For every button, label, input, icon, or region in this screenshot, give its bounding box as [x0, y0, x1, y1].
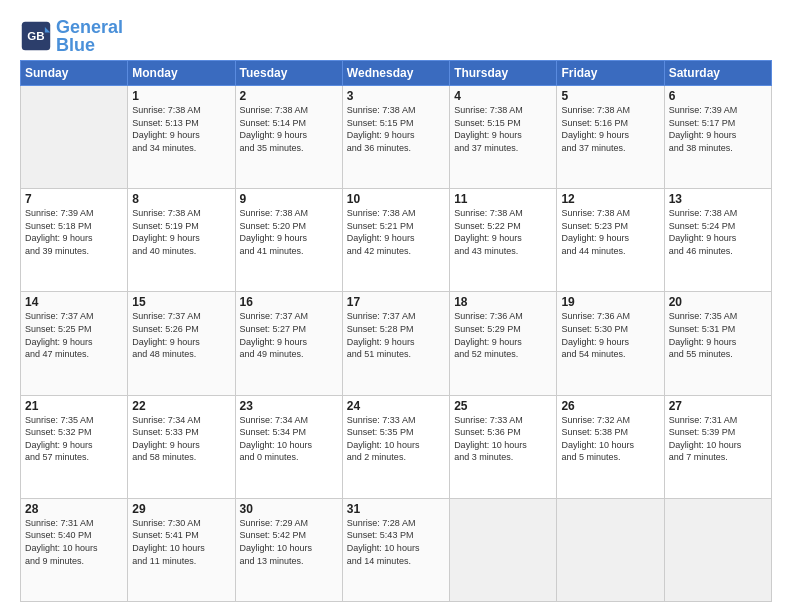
cell-info: Sunrise: 7:38 AM Sunset: 5:14 PM Dayligh… [240, 104, 338, 154]
cell-info: Sunrise: 7:32 AM Sunset: 5:38 PM Dayligh… [561, 414, 659, 464]
day-number: 9 [240, 192, 338, 206]
day-cell-12: 12Sunrise: 7:38 AM Sunset: 5:23 PM Dayli… [557, 189, 664, 292]
cell-info: Sunrise: 7:31 AM Sunset: 5:40 PM Dayligh… [25, 517, 123, 567]
empty-cell [557, 498, 664, 601]
logo-icon: GB [20, 20, 52, 52]
cell-info: Sunrise: 7:34 AM Sunset: 5:33 PM Dayligh… [132, 414, 230, 464]
day-number: 11 [454, 192, 552, 206]
day-number: 22 [132, 399, 230, 413]
day-number: 25 [454, 399, 552, 413]
cell-info: Sunrise: 7:38 AM Sunset: 5:23 PM Dayligh… [561, 207, 659, 257]
empty-cell [664, 498, 771, 601]
day-number: 14 [25, 295, 123, 309]
cell-info: Sunrise: 7:38 AM Sunset: 5:21 PM Dayligh… [347, 207, 445, 257]
cell-info: Sunrise: 7:34 AM Sunset: 5:34 PM Dayligh… [240, 414, 338, 464]
calendar-header-row: SundayMondayTuesdayWednesdayThursdayFrid… [21, 61, 772, 86]
cell-info: Sunrise: 7:38 AM Sunset: 5:19 PM Dayligh… [132, 207, 230, 257]
day-number: 2 [240, 89, 338, 103]
day-number: 4 [454, 89, 552, 103]
day-number: 18 [454, 295, 552, 309]
day-cell-1: 1Sunrise: 7:38 AM Sunset: 5:13 PM Daylig… [128, 86, 235, 189]
day-number: 8 [132, 192, 230, 206]
cell-info: Sunrise: 7:39 AM Sunset: 5:18 PM Dayligh… [25, 207, 123, 257]
cell-info: Sunrise: 7:35 AM Sunset: 5:32 PM Dayligh… [25, 414, 123, 464]
logo-text: GeneralBlue [56, 18, 123, 54]
day-cell-25: 25Sunrise: 7:33 AM Sunset: 5:36 PM Dayli… [450, 395, 557, 498]
day-number: 19 [561, 295, 659, 309]
day-number: 27 [669, 399, 767, 413]
day-cell-30: 30Sunrise: 7:29 AM Sunset: 5:42 PM Dayli… [235, 498, 342, 601]
col-header-tuesday: Tuesday [235, 61, 342, 86]
day-number: 3 [347, 89, 445, 103]
logo: GB GeneralBlue [20, 18, 123, 54]
day-cell-18: 18Sunrise: 7:36 AM Sunset: 5:29 PM Dayli… [450, 292, 557, 395]
cell-info: Sunrise: 7:37 AM Sunset: 5:26 PM Dayligh… [132, 310, 230, 360]
empty-cell [21, 86, 128, 189]
cell-info: Sunrise: 7:38 AM Sunset: 5:15 PM Dayligh… [347, 104, 445, 154]
day-number: 15 [132, 295, 230, 309]
col-header-monday: Monday [128, 61, 235, 86]
cell-info: Sunrise: 7:36 AM Sunset: 5:30 PM Dayligh… [561, 310, 659, 360]
calendar-table: SundayMondayTuesdayWednesdayThursdayFrid… [20, 60, 772, 602]
day-cell-8: 8Sunrise: 7:38 AM Sunset: 5:19 PM Daylig… [128, 189, 235, 292]
day-number: 24 [347, 399, 445, 413]
day-cell-16: 16Sunrise: 7:37 AM Sunset: 5:27 PM Dayli… [235, 292, 342, 395]
day-number: 6 [669, 89, 767, 103]
day-number: 31 [347, 502, 445, 516]
week-row-4: 21Sunrise: 7:35 AM Sunset: 5:32 PM Dayli… [21, 395, 772, 498]
day-number: 12 [561, 192, 659, 206]
col-header-saturday: Saturday [664, 61, 771, 86]
col-header-sunday: Sunday [21, 61, 128, 86]
day-cell-13: 13Sunrise: 7:38 AM Sunset: 5:24 PM Dayli… [664, 189, 771, 292]
day-number: 1 [132, 89, 230, 103]
day-number: 30 [240, 502, 338, 516]
day-number: 17 [347, 295, 445, 309]
cell-info: Sunrise: 7:33 AM Sunset: 5:36 PM Dayligh… [454, 414, 552, 464]
day-cell-3: 3Sunrise: 7:38 AM Sunset: 5:15 PM Daylig… [342, 86, 449, 189]
cell-info: Sunrise: 7:38 AM Sunset: 5:13 PM Dayligh… [132, 104, 230, 154]
day-number: 21 [25, 399, 123, 413]
day-cell-10: 10Sunrise: 7:38 AM Sunset: 5:21 PM Dayli… [342, 189, 449, 292]
cell-info: Sunrise: 7:31 AM Sunset: 5:39 PM Dayligh… [669, 414, 767, 464]
cell-info: Sunrise: 7:37 AM Sunset: 5:27 PM Dayligh… [240, 310, 338, 360]
day-cell-17: 17Sunrise: 7:37 AM Sunset: 5:28 PM Dayli… [342, 292, 449, 395]
cell-info: Sunrise: 7:38 AM Sunset: 5:22 PM Dayligh… [454, 207, 552, 257]
page: GB GeneralBlue SundayMondayTuesdayWednes… [0, 0, 792, 612]
day-cell-23: 23Sunrise: 7:34 AM Sunset: 5:34 PM Dayli… [235, 395, 342, 498]
day-cell-5: 5Sunrise: 7:38 AM Sunset: 5:16 PM Daylig… [557, 86, 664, 189]
day-cell-6: 6Sunrise: 7:39 AM Sunset: 5:17 PM Daylig… [664, 86, 771, 189]
cell-info: Sunrise: 7:35 AM Sunset: 5:31 PM Dayligh… [669, 310, 767, 360]
week-row-2: 7Sunrise: 7:39 AM Sunset: 5:18 PM Daylig… [21, 189, 772, 292]
header: GB GeneralBlue [20, 18, 772, 54]
day-number: 20 [669, 295, 767, 309]
col-header-friday: Friday [557, 61, 664, 86]
day-cell-7: 7Sunrise: 7:39 AM Sunset: 5:18 PM Daylig… [21, 189, 128, 292]
day-cell-19: 19Sunrise: 7:36 AM Sunset: 5:30 PM Dayli… [557, 292, 664, 395]
day-cell-22: 22Sunrise: 7:34 AM Sunset: 5:33 PM Dayli… [128, 395, 235, 498]
cell-info: Sunrise: 7:30 AM Sunset: 5:41 PM Dayligh… [132, 517, 230, 567]
cell-info: Sunrise: 7:33 AM Sunset: 5:35 PM Dayligh… [347, 414, 445, 464]
day-number: 16 [240, 295, 338, 309]
cell-info: Sunrise: 7:38 AM Sunset: 5:16 PM Dayligh… [561, 104, 659, 154]
day-number: 10 [347, 192, 445, 206]
svg-text:GB: GB [27, 30, 44, 42]
day-cell-2: 2Sunrise: 7:38 AM Sunset: 5:14 PM Daylig… [235, 86, 342, 189]
col-header-thursday: Thursday [450, 61, 557, 86]
day-number: 5 [561, 89, 659, 103]
cell-info: Sunrise: 7:29 AM Sunset: 5:42 PM Dayligh… [240, 517, 338, 567]
day-number: 7 [25, 192, 123, 206]
cell-info: Sunrise: 7:37 AM Sunset: 5:28 PM Dayligh… [347, 310, 445, 360]
day-cell-9: 9Sunrise: 7:38 AM Sunset: 5:20 PM Daylig… [235, 189, 342, 292]
day-cell-31: 31Sunrise: 7:28 AM Sunset: 5:43 PM Dayli… [342, 498, 449, 601]
day-number: 23 [240, 399, 338, 413]
cell-info: Sunrise: 7:38 AM Sunset: 5:20 PM Dayligh… [240, 207, 338, 257]
cell-info: Sunrise: 7:28 AM Sunset: 5:43 PM Dayligh… [347, 517, 445, 567]
day-number: 26 [561, 399, 659, 413]
day-cell-20: 20Sunrise: 7:35 AM Sunset: 5:31 PM Dayli… [664, 292, 771, 395]
week-row-5: 28Sunrise: 7:31 AM Sunset: 5:40 PM Dayli… [21, 498, 772, 601]
day-cell-11: 11Sunrise: 7:38 AM Sunset: 5:22 PM Dayli… [450, 189, 557, 292]
empty-cell [450, 498, 557, 601]
day-cell-26: 26Sunrise: 7:32 AM Sunset: 5:38 PM Dayli… [557, 395, 664, 498]
day-cell-24: 24Sunrise: 7:33 AM Sunset: 5:35 PM Dayli… [342, 395, 449, 498]
day-cell-15: 15Sunrise: 7:37 AM Sunset: 5:26 PM Dayli… [128, 292, 235, 395]
